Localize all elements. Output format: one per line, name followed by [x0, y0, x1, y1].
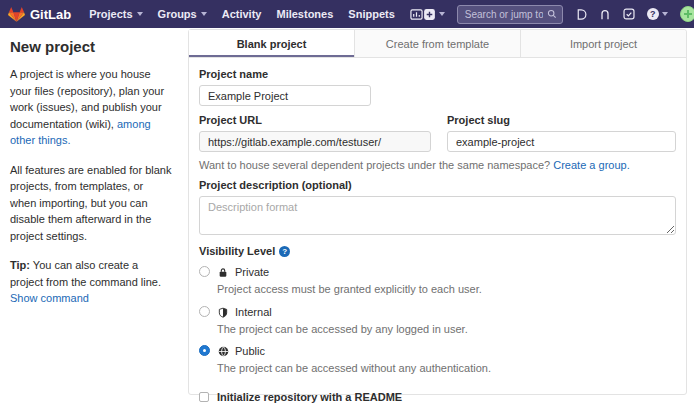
- gitlab-tanuki-icon: [8, 6, 25, 22]
- avatar: [680, 6, 694, 22]
- navbar-right: ?: [423, 5, 694, 24]
- visibility-level-label: Visibility Level: [199, 245, 275, 257]
- internal-option-label[interactable]: Internal: [235, 305, 272, 320]
- url-slug-row: Project URL Project slug: [199, 106, 676, 152]
- search-box[interactable]: [457, 5, 563, 24]
- show-command-link[interactable]: Show command: [10, 292, 89, 304]
- brand-name: GitLab: [30, 7, 71, 22]
- tab-blank-project[interactable]: Blank project: [189, 30, 355, 57]
- project-description-label: Project description (optional): [199, 179, 676, 191]
- chevron-down-icon: [201, 12, 207, 16]
- chevron-down-icon: [439, 12, 445, 16]
- plus-square-icon: [423, 8, 436, 21]
- visibility-level-header: Visibility Level ?: [199, 245, 676, 257]
- visibility-option-private: Private Project access must be granted e…: [199, 265, 676, 297]
- nav-item-activity[interactable]: Activity: [222, 8, 262, 20]
- nav-item-groups[interactable]: Groups: [158, 8, 207, 20]
- user-menu[interactable]: [680, 6, 694, 22]
- internal-radio[interactable]: [199, 306, 210, 317]
- public-option-label[interactable]: Public: [235, 344, 265, 359]
- project-slug-label: Project slug: [447, 114, 676, 126]
- private-option-label[interactable]: Private: [235, 265, 269, 280]
- intro-paragraph: A project is where you house your files …: [10, 66, 172, 149]
- readme-label[interactable]: Initialize repository with a README: [217, 390, 676, 403]
- primary-nav: Projects Groups Activity Milestones Snip…: [89, 8, 423, 21]
- nav-item-activity-label: Activity: [222, 8, 262, 20]
- nav-item-groups-label: Groups: [158, 8, 197, 20]
- project-type-tabs: Blank project Create from template Impor…: [189, 30, 686, 58]
- namespace-hint-text: Want to house several dependent projects…: [199, 159, 553, 171]
- merge-request-icon[interactable]: [599, 8, 611, 21]
- help-icon: ?: [647, 8, 659, 20]
- namespace-hint: Want to house several dependent projects…: [199, 159, 676, 171]
- visibility-option-internal: Internal The project can be accessed by …: [199, 305, 676, 337]
- private-option-desc: Project access must be granted explicitl…: [217, 282, 482, 297]
- tab-create-from-template[interactable]: Create from template: [355, 30, 521, 57]
- search-input[interactable]: [465, 9, 543, 20]
- project-slug-input[interactable]: [447, 131, 676, 152]
- nav-item-projects[interactable]: Projects: [89, 8, 142, 20]
- top-navbar: GitLab Projects Groups Activity Mileston…: [0, 0, 694, 28]
- description-column: New project A project is where you house…: [0, 28, 188, 403]
- lock-icon: [217, 267, 229, 278]
- chevron-down-icon: [137, 12, 143, 16]
- readme-checkbox[interactable]: [199, 392, 209, 402]
- project-url-input[interactable]: [199, 131, 431, 152]
- tab-create-from-template-label: Create from template: [386, 38, 489, 50]
- globe-icon: [217, 346, 229, 357]
- internal-option-desc: The project can be accessed by any logge…: [217, 322, 468, 337]
- chart-icon[interactable]: [410, 8, 423, 21]
- nav-item-snippets[interactable]: Snippets: [348, 8, 394, 20]
- main-content: New project A project is where you house…: [0, 28, 694, 403]
- new-project-panel: Blank project Create from template Impor…: [188, 29, 687, 395]
- private-radio[interactable]: [199, 266, 210, 277]
- create-a-group-link[interactable]: Create a group.: [553, 159, 629, 171]
- tip-paragraph: Tip: You can also create a project from …: [10, 257, 172, 307]
- project-name-label: Project name: [199, 68, 676, 80]
- tip-label: Tip:: [10, 259, 30, 271]
- search-icon: [547, 9, 557, 19]
- todos-icon[interactable]: [623, 8, 635, 20]
- features-paragraph: All features are enabled for blank proje…: [10, 162, 172, 245]
- help-dropdown[interactable]: ?: [647, 8, 668, 20]
- chevron-down-icon: [662, 12, 668, 16]
- nav-item-snippets-label: Snippets: [348, 8, 394, 20]
- nav-item-milestones[interactable]: Milestones: [276, 8, 333, 20]
- page-title: New project: [10, 38, 172, 55]
- project-url-label: Project URL: [199, 114, 431, 126]
- tab-blank-project-label: Blank project: [237, 38, 307, 50]
- new-project-form: Project name Project URL Project slug Wa…: [189, 58, 686, 403]
- gitlab-brand[interactable]: GitLab: [8, 6, 71, 22]
- public-option-desc: The project can be accessed without any …: [217, 361, 491, 376]
- issues-icon[interactable]: [575, 8, 587, 21]
- tab-import-project[interactable]: Import project: [521, 30, 686, 57]
- public-radio[interactable]: [199, 345, 210, 356]
- project-description-textarea[interactable]: [199, 196, 676, 235]
- readme-option: Initialize repository with a README Allo…: [199, 390, 676, 403]
- tip-text: You can also create a project from the c…: [10, 259, 161, 288]
- shield-icon: [217, 307, 229, 318]
- project-name-input[interactable]: [199, 85, 371, 106]
- visibility-help-icon[interactable]: ?: [279, 246, 290, 257]
- new-dropdown[interactable]: [423, 8, 445, 21]
- visibility-option-public: Public The project can be accessed witho…: [199, 344, 676, 376]
- tab-import-project-label: Import project: [570, 38, 637, 50]
- nav-item-projects-label: Projects: [89, 8, 132, 20]
- nav-item-milestones-label: Milestones: [276, 8, 333, 20]
